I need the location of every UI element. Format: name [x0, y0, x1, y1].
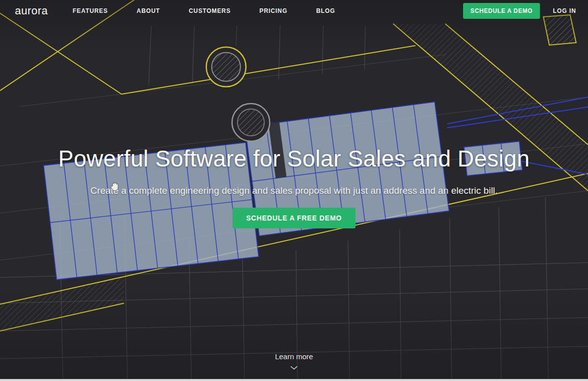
- hero-title: Powerful Software for Solar Sales and De…: [0, 145, 588, 172]
- main-nav: FEATURES ABOUT CUSTOMERS PRICING BLOG: [73, 7, 335, 14]
- hero-subtitle: Create a complete engineering design and…: [0, 185, 588, 196]
- schedule-free-demo-button[interactable]: SCHEDULE A FREE DEMO: [233, 208, 355, 228]
- nav-item-about[interactable]: ABOUT: [137, 7, 160, 14]
- learn-more-link[interactable]: Learn more: [275, 352, 313, 361]
- nav-right: SCHEDULE A DEMO LOG IN: [463, 3, 576, 19]
- chevron-down-icon[interactable]: [290, 366, 298, 370]
- schedule-demo-button[interactable]: SCHEDULE A DEMO: [463, 3, 540, 19]
- nav-item-customers[interactable]: CUSTOMERS: [189, 7, 231, 14]
- learn-more: Learn more: [0, 352, 588, 370]
- tree-marker-yellow: [206, 47, 246, 87]
- nav-item-blog[interactable]: BLOG: [316, 7, 335, 14]
- hero-section: Powerful Software for Solar Sales and De…: [0, 145, 588, 228]
- next-section-edge: [0, 379, 588, 381]
- brand-logo[interactable]: aurora: [15, 4, 48, 17]
- log-in-link[interactable]: LOG IN: [553, 7, 576, 14]
- aurora-landing-page: aurora FEATURES ABOUT CUSTOMERS PRICING …: [0, 0, 588, 381]
- tree-marker-gray: [232, 104, 270, 141]
- nav-item-pricing[interactable]: PRICING: [259, 7, 287, 14]
- nav-item-features[interactable]: FEATURES: [73, 7, 108, 14]
- top-navigation: aurora FEATURES ABOUT CUSTOMERS PRICING …: [0, 0, 588, 22]
